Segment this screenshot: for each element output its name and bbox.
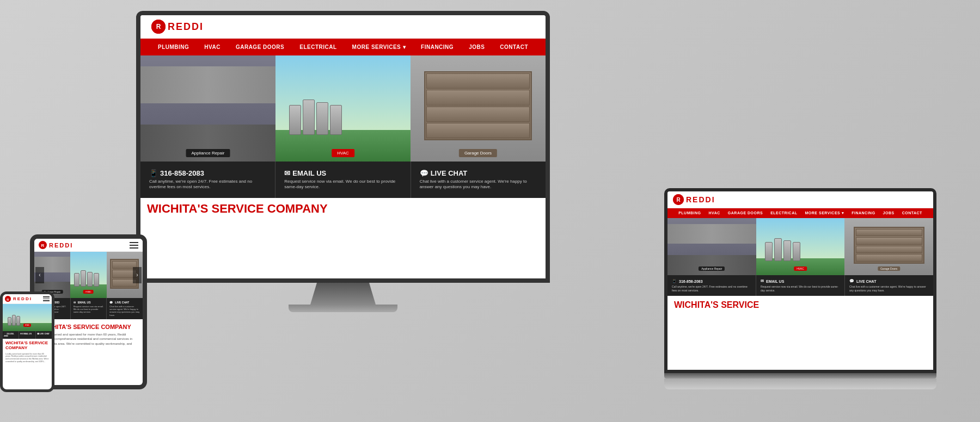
laptop-label-hvac: HVAC — [794, 266, 807, 271]
laptop-hinge — [664, 373, 936, 378]
laptop: R REDDI PLUMBING HVAC GARAGE DOORS ELECT… — [664, 188, 936, 389]
monitor-hero: Appliance Repair HVAC — [140, 55, 546, 162]
tablet-hamburger[interactable] — [130, 242, 138, 249]
phone-logo: R REDDI — [5, 296, 32, 302]
tablet-chat-item[interactable]: 💬 LIVE CHAT Chat live with a customer se… — [107, 298, 143, 319]
nav-more[interactable]: MORE SERVICES ▾ — [345, 39, 413, 55]
nav-contact[interactable]: CONTACT — [492, 39, 536, 55]
nav-financing[interactable]: FINANCING — [413, 39, 461, 55]
tablet-arrow-right[interactable]: › — [133, 267, 142, 283]
phone-hero-hvac: HVAC — [3, 304, 52, 331]
phone-header: R REDDI — [3, 294, 52, 304]
laptop-logo: R REDDI — [673, 194, 715, 205]
laptop-hero-kitchen: Appliance Repair — [667, 218, 756, 275]
tablet-logo-text: REDDI — [49, 242, 73, 249]
tablet-header: R REDDI — [34, 239, 143, 252]
laptop-nav-hvac[interactable]: HVAC — [705, 208, 724, 218]
tablet-chat-title: 💬 LIVE CHAT — [109, 301, 140, 304]
laptop-hero: Appliance Repair HVAC — [667, 218, 933, 275]
tablet-email-title: ✉ EMAIL US — [74, 301, 104, 304]
nav-jobs[interactable]: JOBS — [461, 39, 492, 55]
phone-chat-item[interactable]: 💬 LIVE CHAT — [36, 331, 52, 339]
laptop-nav-plumbing[interactable]: PLUMBING — [675, 208, 705, 218]
phone-hamburger[interactable] — [43, 296, 50, 301]
phone-email-item[interactable]: ✉ EMAIL US — [19, 331, 35, 339]
laptop-email-title: ✉ EMAIL US — [761, 279, 840, 283]
laptop-nav-electrical[interactable]: ELECTRICAL — [767, 208, 801, 218]
laptop-website: R REDDI PLUMBING HVAC GARAGE DOORS ELECT… — [667, 191, 933, 370]
phone-phone-title: 📱 316-858-2083 — [4, 333, 17, 337]
monitor-email-item[interactable]: ✉ EMAIL US Request service now via email… — [275, 162, 411, 198]
phone-frame: R REDDI — [0, 291, 54, 392]
chat-icon: 💬 — [420, 169, 428, 177]
laptop-chat-desc: Chat live with a customer service agent.… — [849, 285, 929, 292]
nav-garage[interactable]: GARAGE DOORS — [228, 39, 292, 55]
tablet-chat-desc: Chat live with a customer service agent.… — [109, 305, 140, 316]
monitor-hero-hvac: HVAC — [275, 55, 411, 162]
monitor-email-title: ✉ EMAIL US — [284, 169, 401, 177]
laptop-screen: R REDDI PLUMBING HVAC GARAGE DOORS ELECT… — [664, 188, 936, 373]
monitor-base — [289, 305, 397, 312]
laptop-nav[interactable]: PLUMBING HVAC GARAGE DOORS ELECTRICAL MO… — [667, 208, 933, 218]
laptop-contact-bar: 📱 316-858-2083 Call anytime, we're open … — [667, 275, 933, 296]
monitor-contact-bar: 📱 316-858-2083 Call anytime, we're open … — [140, 162, 546, 198]
svg-text:R: R — [676, 197, 681, 203]
laptop-wichita-section: WICHITA'S SERVICE — [667, 296, 933, 314]
monitor-phone-item[interactable]: 📱 316-858-2083 Call anytime, we're open … — [140, 162, 275, 198]
monitor-chat-item[interactable]: 💬 LIVE CHAT Chat live with a customer se… — [411, 162, 546, 198]
monitor-logo: R REDDI — [151, 20, 204, 34]
monitor-phone-desc: Call anytime, we're open 24/7. Free esti… — [149, 179, 266, 190]
tablet-label-hvac: HVAC — [83, 290, 94, 294]
monitor-label-hvac: HVAC — [332, 149, 354, 157]
scene: R REDDI PLUMBING HVAC GARAGE DOORS ELECT… — [0, 0, 980, 422]
monitor-hero-images: Appliance Repair HVAC — [140, 55, 546, 162]
phone-logo-text: REDDI — [13, 296, 32, 301]
phone-icon: 📱 — [149, 169, 158, 177]
monitor-phone-title: 📱 316-858-2083 — [149, 169, 266, 177]
laptop-header: R REDDI — [667, 191, 933, 208]
phone-website: R REDDI — [3, 294, 52, 389]
laptop-email-icon: ✉ — [761, 279, 764, 283]
laptop-nav-garage[interactable]: GARAGE DOORS — [724, 208, 767, 218]
laptop-chat-item[interactable]: 💬 LIVE CHAT Chat live with a customer se… — [845, 275, 933, 296]
tablet-logo: R REDDI — [39, 241, 73, 249]
tablet-wichita-title: WICHITA'S SERVICE COMPANY — [41, 324, 136, 330]
tablet-desc: Locally-owned and operated for more than… — [41, 332, 136, 351]
phone: R REDDI — [0, 291, 54, 392]
laptop-label-garage: Garage Doors — [878, 266, 900, 271]
monitor-screen: R REDDI PLUMBING HVAC GARAGE DOORS ELECT… — [136, 11, 550, 283]
nav-hvac[interactable]: HVAC — [197, 39, 228, 55]
phone-header-row: R REDDI — [5, 296, 50, 302]
phone-contact-bar: 📱 316-858-2083 ✉ EMAIL US 💬 LIVE CHAT — [3, 331, 52, 339]
monitor-label-garage: Garage Doors — [459, 149, 497, 157]
laptop-nav-more[interactable]: MORE SERVICES ▾ — [801, 208, 848, 218]
laptop-nav-jobs[interactable]: JOBS — [879, 208, 898, 218]
laptop-nav-contact[interactable]: CONTACT — [898, 208, 926, 218]
monitor-nav[interactable]: PLUMBING HVAC GARAGE DOORS ELECTRICAL MO… — [140, 39, 546, 55]
monitor-chat-title: 💬 LIVE CHAT — [420, 169, 537, 177]
laptop-chat-icon: 💬 — [849, 279, 854, 283]
tablet-chat-icon: 💬 — [109, 301, 113, 304]
tablet-email-desc: Request service now via email. We do our… — [74, 305, 104, 314]
laptop-chat-title: 💬 LIVE CHAT — [849, 279, 929, 283]
monitor-chat-desc: Chat live with a customer service agent.… — [420, 179, 537, 190]
laptop-phone-item[interactable]: 📱 316-858-2083 Call anytime, we're open … — [667, 275, 756, 296]
laptop-hero-images: Appliance Repair HVAC — [667, 218, 933, 275]
phone-desc: Locally-owned and operated for more than… — [5, 353, 49, 364]
nav-electrical[interactable]: ELECTRICAL — [292, 39, 344, 55]
monitor-email-desc: Request service now via email. We do our… — [284, 179, 401, 190]
laptop-email-desc: Request service now via email. We do our… — [761, 285, 840, 292]
tablet-arrow-left[interactable]: ‹ — [35, 267, 44, 283]
nav-plumbing[interactable]: PLUMBING — [150, 39, 197, 55]
phone-email-title: ✉ EMAIL US — [20, 333, 34, 335]
laptop-email-item[interactable]: ✉ EMAIL US Request service now via email… — [756, 275, 845, 296]
svg-text:R: R — [156, 23, 161, 30]
phone-phone-item[interactable]: 📱 316-858-2083 — [3, 331, 19, 339]
laptop-phone-desc: Call anytime, we're open 24/7. Free esti… — [672, 285, 751, 292]
laptop-nav-financing[interactable]: FINANCING — [848, 208, 879, 218]
laptop-base — [664, 378, 936, 389]
tablet-email-icon: ✉ — [74, 301, 76, 304]
laptop-hero-hvac: HVAC — [756, 218, 845, 275]
laptop-wichita-title: WICHITA'S SERVICE — [674, 300, 927, 310]
tablet-email-item[interactable]: ✉ EMAIL US Request service now via email… — [71, 298, 107, 319]
